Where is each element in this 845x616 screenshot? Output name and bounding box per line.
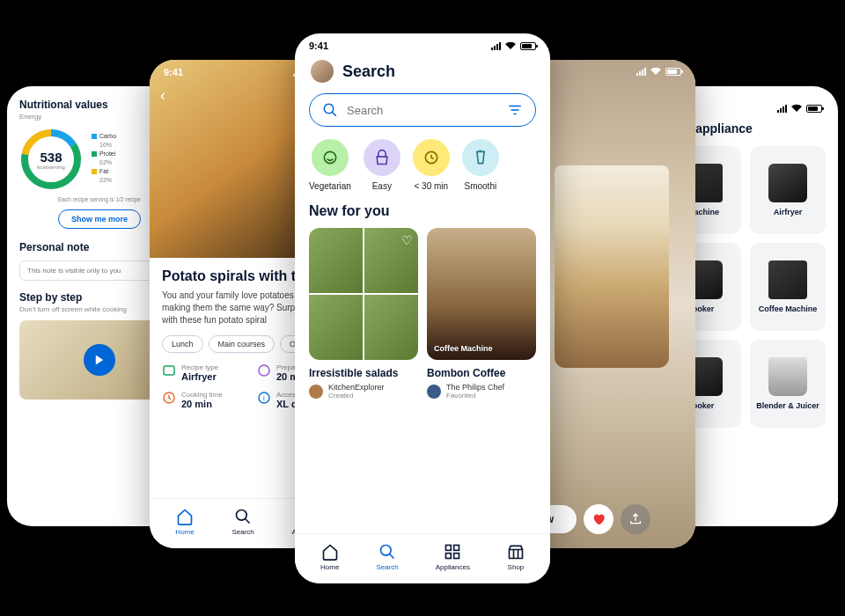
svg-rect-19	[454, 546, 459, 551]
back-icon[interactable]: ‹	[160, 86, 165, 105]
svg-rect-20	[446, 554, 452, 559]
avatar[interactable]	[311, 60, 334, 83]
chip-30min[interactable]: < 30 min	[413, 139, 450, 191]
chip-vegetarian[interactable]: Vegetarian	[309, 139, 351, 191]
search-bar[interactable]	[309, 93, 536, 127]
nutrition-legend: Carbo16% Protei62% Fat22%	[92, 133, 116, 186]
favorite-button[interactable]	[584, 504, 614, 534]
play-icon	[84, 344, 115, 376]
filter-icon[interactable]	[507, 102, 523, 118]
svg-point-9	[237, 510, 247, 521]
coffee-glass	[555, 165, 669, 368]
tag-pill[interactable]: Lunch	[162, 335, 203, 353]
section-title: New for you	[295, 196, 550, 228]
tab-appliances[interactable]: Appliances	[436, 543, 470, 571]
card-coffee[interactable]: Coffee Machine Bombon Coffee The Philips…	[427, 228, 536, 400]
screen-search: 9:41 Search Vegetarian Easy < 30 min Smo…	[295, 33, 550, 583]
svg-point-17	[381, 546, 392, 556]
status-icons	[777, 104, 822, 113]
appliance-tile[interactable]: Airfryer	[750, 146, 826, 234]
energy-ring: 538kcal/serving	[19, 128, 83, 191]
page-title: Search	[342, 62, 395, 81]
svg-point-15	[324, 151, 335, 163]
status-time: 9:41	[309, 40, 328, 51]
svg-point-14	[324, 104, 334, 114]
status-time: 9:41	[164, 67, 183, 77]
tag-pill[interactable]: Main courses	[209, 335, 276, 353]
search-icon	[322, 102, 338, 118]
chip-smoothie[interactable]: Smoothi	[462, 139, 499, 191]
heart-icon[interactable]: ♡	[401, 233, 413, 247]
svg-rect-4	[164, 366, 174, 375]
chip-easy[interactable]: Easy	[364, 139, 400, 191]
author-avatar	[427, 385, 441, 399]
svg-point-5	[259, 365, 269, 376]
svg-rect-18	[446, 546, 452, 551]
svg-text:i: i	[263, 394, 265, 402]
status-icons	[491, 41, 536, 50]
appliance-tile[interactable]: Coffee Machine	[750, 243, 826, 331]
tab-home[interactable]: Home	[175, 508, 194, 536]
tab-search[interactable]: Search	[376, 543, 398, 571]
tab-shop[interactable]: Shop	[507, 543, 525, 571]
share-button[interactable]	[621, 504, 650, 534]
appliance-tile[interactable]: Blender & Juicer	[750, 340, 826, 428]
kcal-value: 538	[40, 150, 62, 165]
tab-home[interactable]: Home	[320, 543, 339, 571]
author-avatar	[309, 385, 323, 399]
search-input[interactable]	[347, 104, 498, 117]
svg-rect-21	[454, 554, 459, 559]
show-more-button[interactable]: Show me more	[58, 209, 141, 229]
card-salads[interactable]: ♡ Irresistible salads KitchenExplorerCre…	[309, 228, 418, 400]
tab-search[interactable]: Search	[231, 508, 254, 536]
